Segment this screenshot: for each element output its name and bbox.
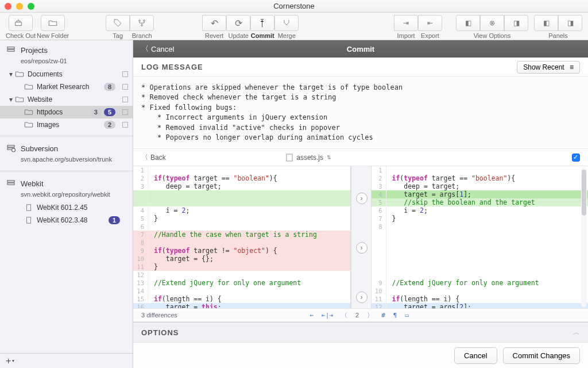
diff-pane-left[interactable]: 12if(typeof target == "boolean"){3 deep … [133, 166, 351, 308]
viewopt-2-button[interactable]: ⊗ [480, 15, 504, 31]
page-prev-button[interactable]: 〈 [341, 311, 347, 320]
diff-line: 8 [372, 223, 589, 231]
tag-button[interactable] [106, 15, 130, 31]
add-icon[interactable]: + [6, 356, 11, 366]
sidebar-item-webkit-602-3-48[interactable]: WebKit 602.3.481 [0, 214, 133, 227]
commit-label: Commit [251, 32, 274, 39]
diff-marker-icon[interactable]: › [356, 242, 368, 254]
checkbox[interactable] [122, 97, 128, 102]
revert-button[interactable]: ↶ [202, 15, 226, 31]
back-button[interactable]: Back [150, 154, 166, 162]
commit-changes-button[interactable]: Commit Changes [503, 347, 580, 364]
merge-label: Merge [278, 32, 296, 39]
align-button[interactable]: ⇤|⇥ [322, 312, 333, 319]
diff-line: 14 [133, 287, 350, 295]
chevron-up-icon[interactable]: ︿ [573, 328, 580, 336]
folder-icon [48, 18, 58, 28]
diff-line: 11if(length == i) { [372, 295, 589, 303]
diff-line: 12 [133, 271, 350, 279]
checkbox[interactable] [122, 71, 128, 77]
projects-path: eos/repos/zw-01 [0, 57, 133, 68]
stack-icon [6, 45, 16, 55]
diff-line: 16 target = this; [133, 303, 350, 308]
diff-line [372, 231, 589, 239]
cancel-button[interactable]: Cancel [454, 347, 497, 364]
branch-button[interactable] [130, 15, 154, 31]
hash-button[interactable]: # [381, 312, 385, 319]
checkbox[interactable] [122, 84, 128, 90]
panel-right-button[interactable]: ◨ [558, 15, 582, 31]
sidebar-item-label: Images [37, 121, 104, 129]
export-label: Export [421, 32, 439, 39]
tag-icon [113, 18, 122, 28]
scrollbar[interactable] [581, 167, 587, 307]
svg-point-8 [12, 148, 16, 152]
page-next-button[interactable]: 〉 [367, 311, 373, 320]
svg-rect-0 [16, 22, 22, 26]
diff-marker-icon[interactable]: › [356, 292, 368, 303]
diff-line: 2if(typeof target == "boolean"){ [133, 174, 350, 182]
folder-icon [24, 121, 33, 129]
svg-rect-5 [7, 49, 14, 51]
diff-line: 2if(typeof target == "boolean"){ [372, 174, 589, 182]
chevron-down-icon[interactable]: ▾ [12, 358, 14, 363]
import-button[interactable]: ⇥ [394, 15, 418, 31]
diff-line: 7} [372, 214, 589, 223]
show-recent-button[interactable]: Show Recent ≡ [517, 61, 580, 74]
diff-line [372, 239, 589, 247]
export-button[interactable]: ⇤ [418, 15, 442, 31]
folder-button[interactable]: ▭ [405, 312, 409, 319]
diff-pane-right[interactable]: 12if(typeof target == "boolean"){3 deep … [372, 166, 589, 308]
checkbox[interactable] [122, 122, 128, 128]
checkbox[interactable] [122, 109, 128, 115]
status-badge: 5 [104, 108, 115, 116]
subversion-title: Subversion [21, 144, 58, 153]
diff-marker-icon[interactable]: › [356, 193, 368, 204]
webkit-title: Webkit [21, 179, 44, 188]
include-file-checkbox[interactable] [572, 154, 580, 162]
pilcrow-button[interactable]: ¶ [393, 312, 397, 319]
log-line: Popovers no longer overlap during animat… [141, 133, 580, 143]
export-icon: ⇤ [427, 19, 433, 27]
checkout-label: Check Out [6, 32, 36, 39]
sidebar-item-website[interactable]: ▾Website [0, 93, 133, 106]
diff-line: 4 target = args[1]; [372, 190, 589, 198]
svg-point-3 [141, 25, 143, 26]
folder-icon [24, 83, 33, 91]
sidebar-item-httpdocs[interactable]: httpdocs35 [0, 106, 133, 118]
sidebar-item-label: Website [28, 95, 118, 103]
log-message-body[interactable]: Operations are skipped whenever the targ… [133, 77, 588, 149]
branch-icon [137, 18, 146, 28]
update-button[interactable]: ⟳ [226, 15, 250, 31]
sidebar-item-images[interactable]: Images2 [0, 118, 133, 131]
diff-line: 13//Extend jQuery for only one argument [133, 279, 350, 287]
commit-button[interactable]: ⭱ [250, 15, 274, 31]
svg-rect-6 [7, 145, 14, 147]
sidebar-item-label: Market Research [37, 83, 104, 91]
status-badge: 2 [104, 121, 115, 129]
page-num: 2 [355, 312, 359, 319]
svg-rect-11 [27, 205, 31, 211]
viewopt-1-button[interactable]: ◧ [456, 15, 480, 31]
server-icon [6, 143, 16, 154]
checkout-button[interactable] [9, 15, 33, 31]
panel-left-button[interactable]: ◧ [534, 15, 558, 31]
sidebar-item-documents[interactable]: ▾Documents [0, 68, 133, 80]
newfolder-button[interactable] [41, 15, 65, 31]
prev-diff-button[interactable]: ← [310, 312, 314, 319]
chevron-icon: ▾ [8, 70, 14, 78]
sidebar-item-webkit-601-2-45[interactable]: WebKit 601.2.45 [0, 201, 133, 214]
merge-button[interactable] [274, 15, 299, 31]
chevron-updown-icon[interactable]: ⇅ [327, 155, 331, 160]
sidebar-item-market-research[interactable]: Market Research8 [0, 80, 133, 93]
viewopt-3-button[interactable]: ◨ [504, 15, 528, 31]
viewopt-icon: ⊗ [489, 19, 495, 27]
diff-line: 3 deep = target; [133, 182, 350, 190]
diff-line: 11} [133, 263, 350, 271]
subversion-path: svn.apache.org/subversion/trunk [0, 156, 133, 166]
tag-label: Tag [113, 32, 123, 39]
panel-right-icon: ◨ [567, 19, 574, 27]
update-label: Update [228, 32, 248, 39]
diff-line: 3 deep = target; [372, 182, 589, 190]
diff-line: 12 target = args[2]; [372, 303, 589, 308]
